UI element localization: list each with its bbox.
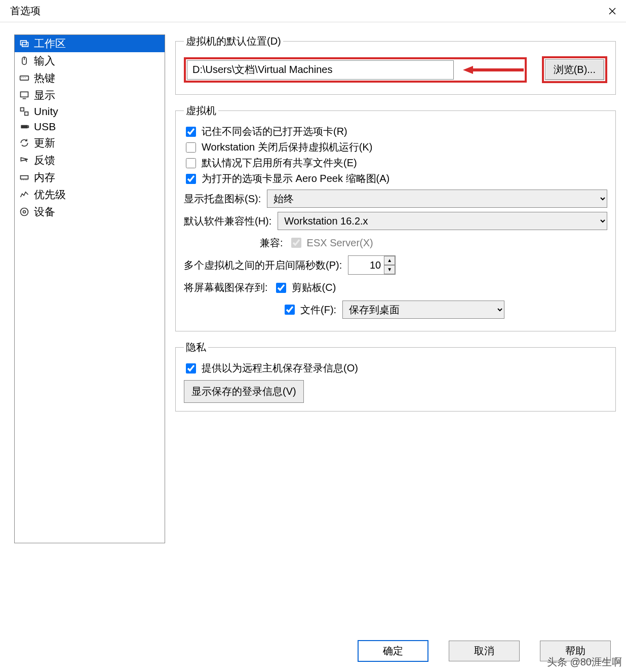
sidebar-item-memory[interactable]: 内存 xyxy=(15,169,165,186)
sidebar-item-label: 设备 xyxy=(34,205,55,219)
screenshot-file-select[interactable]: 保存到桌面 xyxy=(342,301,504,319)
sidebar: 工作区 输入 热键 显示 Unity USB xyxy=(14,34,165,543)
footer: 确定 取消 帮助 头条 @80涯生啊 xyxy=(0,633,626,672)
sidebar-item-label: 内存 xyxy=(34,170,55,184)
close-button[interactable] xyxy=(601,0,624,22)
sidebar-item-label: 工作区 xyxy=(34,36,66,51)
priority-icon xyxy=(19,189,30,200)
sidebar-item-feedback[interactable]: 反馈 xyxy=(15,152,165,169)
help-button[interactable]: 帮助 xyxy=(540,641,611,661)
sidebar-item-workspace[interactable]: 工作区 xyxy=(15,35,165,52)
cb-esx-server xyxy=(291,238,301,248)
cb-screenshot-clipboard-label: 剪贴板(C) xyxy=(292,281,336,294)
update-icon xyxy=(19,137,30,148)
sidebar-item-display[interactable]: 显示 xyxy=(15,87,165,104)
privacy-group: 隐私 提供以为远程主机保存登录信息(O) 显示保存的登录信息(V) xyxy=(175,341,616,412)
svg-point-21 xyxy=(21,208,28,216)
ok-button[interactable]: 确定 xyxy=(358,640,428,662)
privacy-legend: 隐私 xyxy=(184,341,208,354)
device-icon xyxy=(19,206,30,217)
sidebar-item-label: 更新 xyxy=(34,136,55,150)
cb-screenshot-file[interactable] xyxy=(285,305,295,315)
display-icon xyxy=(19,90,30,101)
cb-save-login-label: 提供以为远程主机保存登录信息(O) xyxy=(202,361,358,375)
cb-save-login[interactable] xyxy=(186,363,196,374)
show-login-button[interactable]: 显示保存的登录信息(V) xyxy=(184,380,304,403)
sidebar-item-devices[interactable]: 设备 xyxy=(15,203,165,220)
close-icon xyxy=(608,7,616,15)
cb-enable-shared[interactable] xyxy=(186,158,196,168)
svg-rect-10 xyxy=(21,92,28,97)
sidebar-item-unity[interactable]: Unity xyxy=(15,104,165,119)
cb-aero-peek[interactable] xyxy=(186,174,196,184)
default-location-input[interactable] xyxy=(187,60,454,80)
power-interval-input[interactable] xyxy=(348,256,384,274)
compat-select[interactable]: Workstation 16.2.x xyxy=(278,212,607,230)
cb-esx-label: ESX Server(X) xyxy=(307,237,373,249)
power-interval-spinner[interactable]: ▲ ▼ xyxy=(348,255,396,275)
svg-rect-15 xyxy=(27,126,28,127)
sidebar-item-label: 反馈 xyxy=(34,153,55,167)
highlight-path xyxy=(184,57,527,83)
feedback-icon xyxy=(19,155,30,166)
sidebar-item-label: 热键 xyxy=(34,71,55,85)
highlight-browse: 浏览(B)... xyxy=(542,56,607,83)
cb-remember-tabs[interactable] xyxy=(186,127,196,137)
cb-aero-peek-label: 为打开的选项卡显示 Aero Peek 缩略图(A) xyxy=(202,172,389,185)
default-location-legend: 虚拟机的默认位置(D) xyxy=(184,34,283,48)
svg-rect-16 xyxy=(21,176,28,179)
browse-button[interactable]: 浏览(B)... xyxy=(545,59,604,80)
sidebar-item-hotkeys[interactable]: 热键 xyxy=(15,69,165,87)
sidebar-item-label: Unity xyxy=(34,105,58,118)
sidebar-item-label: 输入 xyxy=(34,54,55,68)
sidebar-item-priority[interactable]: 优先级 xyxy=(15,186,165,203)
sidebar-item-updates[interactable]: 更新 xyxy=(15,134,165,152)
spin-up[interactable]: ▲ xyxy=(384,256,395,265)
vm-legend: 虚拟机 xyxy=(184,104,218,118)
compat-label: 默认软件兼容性(H): xyxy=(184,214,271,228)
sidebar-item-usb[interactable]: USB xyxy=(15,119,165,134)
arrow-icon xyxy=(463,65,524,75)
window-title: 首选项 xyxy=(10,4,41,18)
cb-screenshot-file-label: 文件(F): xyxy=(300,303,336,317)
cb-keep-running[interactable] xyxy=(186,142,196,153)
sidebar-item-label: 显示 xyxy=(34,88,55,102)
tray-label: 显示托盘图标(S): xyxy=(184,192,261,206)
sidebar-item-input[interactable]: 输入 xyxy=(15,52,165,69)
cb-enable-shared-label: 默认情况下启用所有共享文件夹(E) xyxy=(202,156,357,170)
cb-keep-running-label: Workstation 关闭后保持虚拟机运行(K) xyxy=(202,140,372,154)
vm-group: 虚拟机 记住不同会话的已打开选项卡(R) Workstation 关闭后保持虚拟… xyxy=(175,104,616,331)
screenshot-label: 将屏幕截图保存到: xyxy=(184,281,268,294)
compat-with-label: 兼容: xyxy=(260,236,283,250)
sidebar-item-label: USB xyxy=(34,121,56,133)
svg-rect-12 xyxy=(21,108,24,111)
sidebar-item-label: 优先级 xyxy=(34,188,66,202)
mouse-icon xyxy=(19,55,30,66)
svg-rect-13 xyxy=(25,112,28,116)
cancel-button[interactable]: 取消 xyxy=(449,641,520,661)
svg-point-22 xyxy=(23,211,26,213)
usb-icon xyxy=(19,121,30,132)
keyboard-icon xyxy=(19,72,30,84)
power-interval-label: 多个虚拟机之间的开启间隔秒数(P): xyxy=(184,258,342,272)
svg-marker-24 xyxy=(463,66,473,74)
workspace-icon xyxy=(19,38,30,49)
svg-rect-6 xyxy=(20,76,29,80)
tray-select[interactable]: 始终 xyxy=(267,190,607,208)
cb-screenshot-clipboard[interactable] xyxy=(276,283,286,293)
default-location-group: 虚拟机的默认位置(D) 浏览(B)... xyxy=(175,34,616,95)
titlebar: 首选项 xyxy=(0,0,626,22)
memory-icon xyxy=(19,172,30,183)
spin-down[interactable]: ▼ xyxy=(384,265,395,274)
unity-icon xyxy=(19,106,30,117)
cb-remember-label: 记住不同会话的已打开选项卡(R) xyxy=(202,125,347,138)
